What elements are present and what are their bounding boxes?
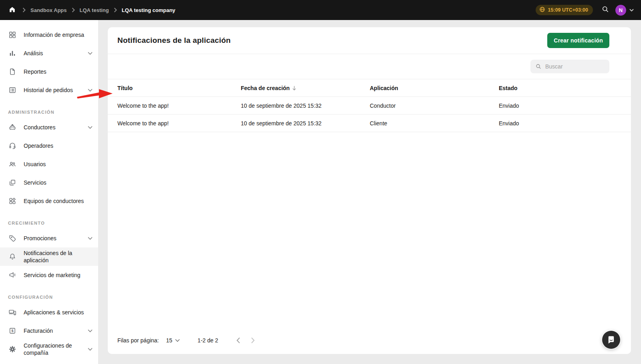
main-content: Notificaciones de la aplicación Crear no…: [98, 20, 641, 364]
breadcrumb-sandbox-apps[interactable]: Sandbox Apps: [30, 7, 67, 13]
table-row[interactable]: Welcome to the app! 10 de septiembre de …: [108, 97, 631, 115]
search-icon: [535, 63, 542, 70]
topbar: Sandbox Apps LQA testing LQA testing com…: [0, 0, 641, 20]
sidebar: Información de empresa Análisis Reportes: [0, 20, 98, 364]
bell-icon: [8, 253, 17, 261]
sidebar-section-crecimiento: CRECIMIENTO: [0, 210, 98, 229]
previous-page-button[interactable]: [236, 337, 240, 344]
services-icon: [8, 179, 17, 187]
chat-launcher-button[interactable]: [602, 331, 620, 349]
chevron-down-icon: [88, 237, 93, 240]
column-header-estado: Estado: [499, 85, 621, 91]
column-header-fecha-de-creacion[interactable]: Fecha de creación: [241, 85, 370, 91]
devices-icon: [8, 308, 17, 316]
sidebar-item-usuarios[interactable]: Usuarios: [0, 155, 98, 173]
sidebar-item-label: Historial de pedidos: [24, 86, 73, 94]
timezone-label: 15:09 UTC+03:00: [548, 7, 588, 13]
megaphone-icon: [8, 271, 17, 279]
globe-icon: [539, 6, 545, 14]
sidebar-item-aplicaciones-servicios[interactable]: Aplicaciones & servicios: [0, 303, 98, 322]
sidebar-item-servicios[interactable]: Servicios: [0, 173, 98, 192]
chevron-down-icon: [88, 126, 93, 129]
sidebar-item-servicios-de-marketing[interactable]: Servicios de marketing: [0, 266, 98, 284]
sidebar-item-label: Promociones: [24, 235, 56, 242]
cell-estado: Enviado: [499, 103, 621, 109]
sidebar-item-notificaciones-de-la-aplicacion[interactable]: Notificaciones de la aplicación: [0, 247, 98, 266]
sidebar-item-configuraciones-de-compania[interactable]: Configuraciones de compañía: [0, 340, 98, 358]
home-button[interactable]: [6, 4, 18, 16]
sort-descending-icon: [292, 85, 297, 91]
rows-per-page-value: 15: [166, 337, 173, 344]
sidebar-item-informacion-de-empresa[interactable]: Información de empresa: [0, 26, 98, 44]
chevron-down-icon[interactable]: [629, 9, 634, 12]
cell-aplicacion: Cliente: [370, 120, 499, 127]
chat-bubble-icon: [607, 335, 616, 344]
order-history-icon: [8, 86, 17, 94]
users-icon: [8, 160, 17, 168]
rows-per-page-label: Filas por página:: [117, 337, 159, 344]
sidebar-section-configuracion: CONFIGURACIÓN: [0, 284, 98, 303]
sidebar-item-label: Análisis: [24, 50, 43, 57]
breadcrumb-lqa-testing[interactable]: LQA testing: [80, 7, 109, 13]
chevron-down-icon: [175, 339, 180, 342]
chevron-down-icon: [88, 348, 93, 351]
sidebar-item-reportes[interactable]: Reportes: [0, 62, 98, 81]
gear-icon: [8, 345, 17, 353]
chevron-right-icon: [22, 8, 26, 12]
page-title: Notificaciones de la aplicación: [117, 36, 231, 45]
pagination-range: 1-2 de 2: [198, 337, 218, 344]
svg-text:$: $: [11, 329, 13, 333]
sidebar-item-label: Conductores: [24, 124, 55, 131]
sidebar-item-label: Equipos de conductores: [24, 197, 84, 205]
chevron-down-icon: [88, 329, 93, 332]
global-search-button[interactable]: [599, 4, 611, 16]
sidebar-item-label: Notificaciones de la aplicación: [24, 249, 84, 264]
column-header-aplicacion: Aplicación: [370, 85, 499, 91]
cell-estado: Enviado: [499, 120, 621, 127]
cell-titulo: Welcome to the app!: [117, 120, 241, 127]
sidebar-item-label: Facturación: [24, 327, 53, 334]
search-icon: [601, 5, 609, 15]
chevron-down-icon: [88, 88, 93, 92]
sidebar-item-label: Operadores: [24, 142, 53, 149]
column-header-titulo: Título: [117, 85, 241, 91]
sidebar-item-label: Reportes: [24, 68, 46, 75]
headset-icon: [8, 142, 17, 150]
table-search[interactable]: [530, 60, 609, 73]
cell-fecha: 10 de septiembre de 2025 15:32: [241, 103, 370, 109]
table-header-row: Título Fecha de creación Aplicación Esta…: [108, 79, 631, 97]
reports-icon: [8, 68, 17, 76]
chevron-down-icon: [88, 52, 93, 55]
sidebar-item-label: Configuraciones de compañía: [24, 342, 80, 356]
sidebar-item-facturacion[interactable]: $ Facturación: [0, 322, 98, 340]
timezone-badge[interactable]: 15:09 UTC+03:00: [536, 5, 593, 15]
chevron-right-icon: [114, 8, 117, 12]
driver-teams-icon: [8, 197, 17, 205]
sidebar-item-promociones[interactable]: Promociones: [0, 229, 98, 247]
sidebar-item-label: Servicios de marketing: [24, 271, 81, 279]
billing-icon: $: [8, 327, 17, 335]
cell-fecha: 10 de septiembre de 2025 15:32: [241, 120, 370, 127]
breadcrumb-current-company: LQA testing company: [122, 7, 175, 13]
taxi-icon: [8, 123, 17, 131]
create-notification-button[interactable]: Crear notificación: [547, 33, 609, 48]
next-page-button[interactable]: [251, 337, 255, 344]
chevron-right-icon: [72, 8, 75, 12]
analytics-icon: [8, 49, 17, 57]
sidebar-item-label: Información de empresa: [24, 31, 84, 38]
rows-per-page-select[interactable]: 15: [166, 337, 180, 344]
sidebar-item-analisis[interactable]: Análisis: [0, 44, 98, 62]
promotions-icon: [8, 234, 17, 242]
sidebar-item-equipos-de-conductores[interactable]: Equipos de conductores: [0, 192, 98, 210]
avatar[interactable]: N: [615, 5, 626, 16]
sidebar-item-historial-de-pedidos[interactable]: Historial de pedidos: [0, 81, 98, 99]
search-input[interactable]: [545, 63, 605, 70]
sidebar-item-operadores[interactable]: Operadores: [0, 137, 98, 155]
cell-titulo: Welcome to the app!: [117, 103, 241, 109]
dashboard-icon: [8, 31, 17, 39]
sidebar-section-administracion: ADMINISTRACIÓN: [0, 99, 98, 118]
pagination: Filas por página: 15 1-2 de 2: [108, 331, 631, 354]
table-row[interactable]: Welcome to the app! 10 de septiembre de …: [108, 115, 631, 132]
sidebar-item-conductores[interactable]: Conductores: [0, 118, 98, 137]
sidebar-item-label: Aplicaciones & servicios: [24, 309, 84, 316]
